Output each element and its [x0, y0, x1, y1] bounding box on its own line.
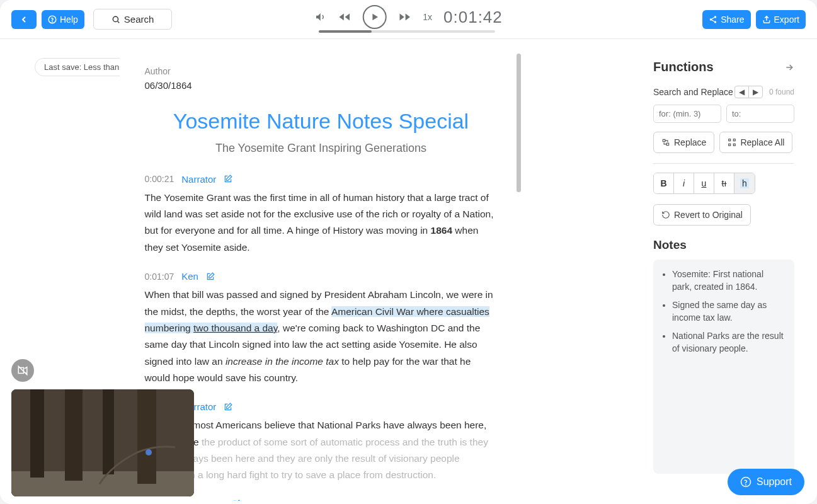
support-button[interactable]: Support [728, 469, 804, 495]
edit-icon [232, 500, 241, 501]
bold-button[interactable]: B [654, 173, 674, 193]
help-button[interactable]: Help [42, 10, 84, 29]
speed-button[interactable]: 1x [423, 12, 432, 22]
doc-subtitle[interactable]: The Yosemite Grant Inspiring Generations [145, 142, 498, 155]
search-icon [111, 15, 120, 24]
segment-speaker[interactable]: Speaker 1 [181, 499, 224, 501]
transcript-segment: 0:01:07 Ken When that bill was passed an… [145, 271, 498, 386]
arrow-left-icon [19, 14, 29, 25]
edit-speaker-button[interactable] [224, 175, 232, 183]
svg-rect-8 [729, 139, 731, 141]
functions-panel: Functions Search and Replace ◀ ▶ 0 found [642, 47, 806, 495]
replace-all-button[interactable]: Replace All [719, 132, 792, 153]
found-count: 0 found [769, 88, 794, 96]
segment-speaker[interactable]: Ken [181, 271, 198, 282]
export-icon [762, 15, 771, 24]
share-button[interactable]: Share [702, 10, 750, 29]
forward-button[interactable] [397, 10, 411, 24]
svg-point-5 [714, 21, 717, 23]
rewind-icon [337, 10, 351, 24]
question-icon [48, 15, 57, 24]
revert-icon [661, 210, 670, 219]
search-replace-label: Search and Replace [653, 87, 733, 97]
forward-icon [397, 10, 411, 24]
prev-match-button[interactable]: ◀ [735, 86, 749, 98]
segment-time[interactable]: 0:01:07 [145, 272, 174, 282]
doc-date: 06/30/1864 [145, 80, 498, 91]
svg-point-1 [52, 21, 53, 22]
underline-button[interactable]: u [694, 173, 714, 193]
edit-icon [224, 175, 232, 183]
svg-point-18 [146, 449, 152, 455]
svg-point-20 [746, 484, 746, 485]
segment-time[interactable]: 0:00:21 [145, 174, 174, 184]
segment-text[interactable]: First of all, most Americans believe tha… [145, 417, 498, 483]
segment-speaker[interactable]: Narrator [181, 174, 216, 185]
collapse-panel-button[interactable] [784, 62, 794, 72]
transcript-segment: 0:01:37 Narrator First of all, most Amer… [145, 401, 498, 483]
replace-button[interactable]: Replace [653, 132, 714, 153]
notes-box[interactable]: Yosemite: First national park, created i… [653, 260, 794, 474]
notes-title: Notes [653, 238, 794, 252]
svg-rect-10 [734, 139, 736, 141]
edit-icon [206, 272, 215, 281]
forest-thumbnail [11, 389, 194, 496]
replace-to-input[interactable] [726, 105, 794, 123]
replace-icon [661, 138, 670, 147]
svg-rect-7 [666, 143, 669, 146]
scrollbar[interactable] [517, 54, 521, 192]
functions-title: Functions [653, 60, 714, 74]
svg-rect-17 [137, 389, 156, 484]
export-label: Export [774, 14, 799, 25]
rewind-button[interactable] [337, 10, 351, 24]
svg-point-4 [710, 18, 712, 21]
progress-bar[interactable] [319, 30, 495, 33]
edit-icon [224, 403, 232, 411]
arrow-right-icon [784, 62, 794, 72]
note-item: Signed the same day as income tax law. [672, 299, 784, 324]
share-label: Share [721, 14, 744, 25]
author-label: Author [145, 66, 498, 76]
svg-point-3 [714, 16, 717, 18]
edit-speaker-button[interactable] [224, 403, 232, 411]
format-toolbar: B i u tı h [653, 173, 755, 194]
edit-speaker-button[interactable] [206, 272, 215, 281]
transcript-segment: 0:00:21 Narrator The Yosemite Grant was … [145, 174, 498, 256]
support-icon [740, 476, 751, 488]
help-label: Help [60, 14, 78, 25]
svg-rect-6 [663, 139, 665, 142]
video-toggle-button[interactable] [11, 359, 34, 382]
search-nav: ◀ ▶ [734, 86, 763, 98]
search-button[interactable]: Search [93, 9, 173, 30]
back-button[interactable] [11, 10, 37, 29]
export-button[interactable]: Export [756, 10, 806, 29]
segment-time[interactable]: 0:02:00 [145, 499, 174, 501]
search-for-input[interactable] [653, 105, 721, 123]
support-label: Support [757, 476, 792, 488]
segment-text[interactable]: When that bill was passed and signed by … [145, 287, 498, 386]
video-preview[interactable] [11, 389, 194, 496]
note-item: National Parks are the result of visiona… [672, 330, 784, 355]
svg-rect-16 [103, 389, 114, 474]
next-match-button[interactable]: ▶ [749, 86, 762, 98]
video-off-icon [17, 365, 28, 376]
search-label: Search [124, 14, 154, 25]
replace-all-icon [728, 138, 736, 147]
strike-button[interactable]: tı [714, 173, 734, 193]
progress-fill [319, 30, 372, 33]
play-button[interactable] [362, 5, 386, 29]
doc-title[interactable]: Yosemite Nature Notes Special [145, 108, 498, 134]
volume-button[interactable] [314, 11, 326, 23]
svg-point-2 [113, 16, 118, 21]
play-icon [369, 12, 379, 22]
highlight-button[interactable]: h [734, 173, 755, 193]
edit-speaker-button[interactable] [232, 500, 241, 501]
revert-button[interactable]: Revert to Original [653, 204, 751, 226]
italic-button[interactable]: i [674, 173, 694, 193]
svg-rect-14 [30, 389, 44, 478]
note-item: Yosemite: First national park, created i… [672, 268, 784, 293]
svg-rect-15 [65, 389, 83, 481]
segment-text[interactable]: The Yosemite Grant was the first time in… [145, 190, 498, 256]
elapsed-time: 0:01:42 [443, 8, 503, 27]
svg-rect-11 [734, 144, 736, 146]
